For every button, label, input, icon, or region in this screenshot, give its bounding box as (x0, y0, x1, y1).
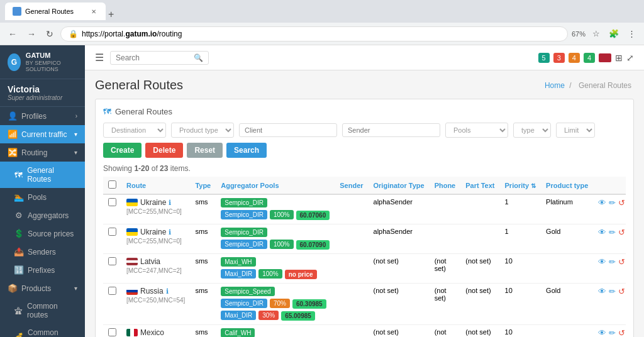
sender-filter[interactable] (342, 123, 440, 137)
pools-filter[interactable]: Pools (445, 123, 508, 138)
delete-icon[interactable]: ↺ (618, 228, 625, 237)
destination-filter[interactable]: Destination (103, 123, 166, 138)
table-row: Mexico sms Calif_WH ( (103, 325, 626, 338)
forward-button[interactable]: → (24, 28, 39, 40)
country-name: Russia (140, 287, 164, 296)
view-icon[interactable]: 👁 (598, 328, 606, 337)
edit-icon[interactable]: ✏ (609, 287, 616, 296)
sidebar-item-common-prices[interactable]: 💰 Common prices (0, 324, 85, 337)
sidebar-item-label: Routing (21, 148, 47, 157)
edit-icon[interactable]: ✏ (609, 328, 616, 337)
pool-name-badge: Maxi_DIR (221, 269, 256, 279)
pool-row: Sempico_DIR 100% 60.07090 (221, 240, 330, 250)
view-icon[interactable]: 👁 (598, 198, 606, 207)
sidebar-item-label: Products (21, 284, 51, 293)
action-icons: 👁 ✏ ↺ (598, 257, 625, 267)
route-cell: Ukraine ℹ [MCC=255,MNC=0] (126, 198, 185, 215)
row-checkbox[interactable] (108, 328, 116, 336)
flag-ukraine (126, 228, 138, 236)
grid-view-button[interactable]: ⊞ (615, 53, 623, 63)
pool-name-badge-2: Maxi_DIR (221, 311, 256, 320)
sort-icon[interactable]: ⇅ (531, 182, 536, 189)
bookmark-button[interactable]: ☆ (589, 28, 603, 40)
type-filter[interactable]: type (513, 123, 551, 138)
delete-icon[interactable]: ↺ (618, 328, 625, 337)
sidebar-item-senders[interactable]: 📤 Senders (0, 243, 85, 261)
sidebar-item-label: Senders (28, 248, 56, 257)
general-routes-icon: 🗺 (14, 170, 23, 180)
expand-button[interactable]: ⤢ (626, 53, 634, 63)
reset-button[interactable]: Reset (187, 143, 223, 158)
col-originator-type: Originator Type (369, 177, 430, 194)
badge-orange-button[interactable]: 4 (569, 53, 580, 63)
client-filter[interactable] (239, 123, 337, 137)
logo-icon: G (8, 53, 21, 71)
product-type-cell: Gold (541, 284, 593, 325)
sidebar-item-label: Current traffic (21, 130, 67, 139)
delete-icon[interactable]: ↺ (618, 198, 625, 207)
info-icon[interactable]: ℹ (166, 287, 169, 296)
menu-button[interactable]: ⋮ (625, 28, 639, 40)
address-bar[interactable]: 🔒 https://portal.gatum.io/routing (60, 26, 568, 41)
select-all-checkbox[interactable] (108, 180, 116, 189)
priority-cell: 1 (500, 224, 541, 254)
badge-teal-button[interactable]: 5 (538, 53, 550, 63)
pool-pct-badge: 70% (270, 299, 290, 308)
delete-button[interactable]: Delete (145, 143, 183, 158)
badge-red-button[interactable]: 3 (553, 53, 565, 63)
hamburger-icon[interactable]: ☰ (95, 52, 104, 64)
row-checkbox[interactable] (108, 287, 116, 295)
row-checkbox[interactable] (108, 228, 116, 236)
badge-green-button[interactable]: 4 (584, 53, 595, 63)
common-prices-icon: 💰 (14, 333, 24, 337)
edit-icon[interactable]: ✏ (609, 228, 616, 237)
tab-close-button[interactable]: ✕ (89, 7, 98, 16)
sidebar-item-pools[interactable]: 🏊 Pools (0, 188, 85, 206)
edit-icon[interactable]: ✏ (609, 198, 616, 207)
sidebar-item-common-routes[interactable]: 🛣 Common routes (0, 297, 85, 324)
info-icon[interactable]: ℹ (169, 199, 171, 207)
breadcrumb-home[interactable]: Home (545, 81, 565, 90)
search-input[interactable] (116, 53, 191, 62)
routing-icon: 🔀 (8, 148, 18, 157)
sidebar-item-source-prices[interactable]: 💲 Source prices (0, 224, 85, 243)
refresh-button[interactable]: ↻ (43, 28, 57, 40)
pool-badge: Sempico_Speed (221, 287, 274, 296)
senders-icon: 📤 (14, 247, 24, 257)
type-cell: sms (190, 254, 216, 284)
main-card: 🗺 General Routes Destination Product typ… (95, 99, 634, 337)
view-icon[interactable]: 👁 (598, 287, 606, 296)
edit-icon[interactable]: ✏ (609, 257, 616, 267)
sidebar-item-current-traffic[interactable]: 📶 Current traffic ▾ (0, 125, 85, 143)
product-type-filter[interactable]: Product type (171, 123, 234, 138)
delete-icon[interactable]: ↺ (618, 257, 625, 267)
row-checkbox[interactable] (108, 198, 116, 206)
search-box[interactable]: 🔍 (110, 51, 209, 65)
sidebar-item-profiles[interactable]: 👤 Profiles › (0, 107, 85, 125)
browser-tab-active[interactable]: General Routes ✕ (5, 3, 106, 20)
info-icon[interactable]: ℹ (169, 228, 171, 236)
sidebar-item-aggregators[interactable]: ⚙ Aggregators (0, 206, 85, 224)
view-icon[interactable]: 👁 (598, 257, 606, 267)
col-route: Route (121, 177, 190, 194)
limit-filter[interactable]: Limit (556, 123, 595, 138)
sidebar-item-routing[interactable]: 🔀 Routing ▾ (0, 143, 85, 162)
sidebar-item-general-routes[interactable]: 🗺 General Routes (0, 162, 85, 188)
create-button[interactable]: Create (103, 143, 142, 158)
source-prices-icon: 💲 (14, 229, 24, 238)
priority-cell: 10 (500, 325, 541, 338)
delete-icon[interactable]: ↺ (618, 287, 625, 296)
sidebar-item-products[interactable]: 📦 Products ▾ (0, 279, 85, 297)
sidebar-item-prefixes[interactable]: 🔢 Prefixes (0, 261, 85, 279)
view-icon[interactable]: 👁 (598, 228, 606, 237)
back-button[interactable]: ← (5, 28, 20, 40)
pool-price: 60.07060 (296, 211, 330, 220)
col-priority: Priority ⇅ (500, 177, 541, 194)
tab-favicon (13, 7, 21, 16)
row-checkbox[interactable] (108, 257, 116, 265)
pools-cell: Sempico_DIR Sempico_DIR 100% 60.07060 (216, 194, 335, 224)
search-button[interactable]: Search (226, 143, 267, 158)
new-tab-button[interactable]: + (106, 9, 116, 20)
extensions-button[interactable]: 🧩 (606, 28, 622, 40)
pools-cell: Maxi_WH Maxi_DIR 100% no price (216, 254, 335, 284)
